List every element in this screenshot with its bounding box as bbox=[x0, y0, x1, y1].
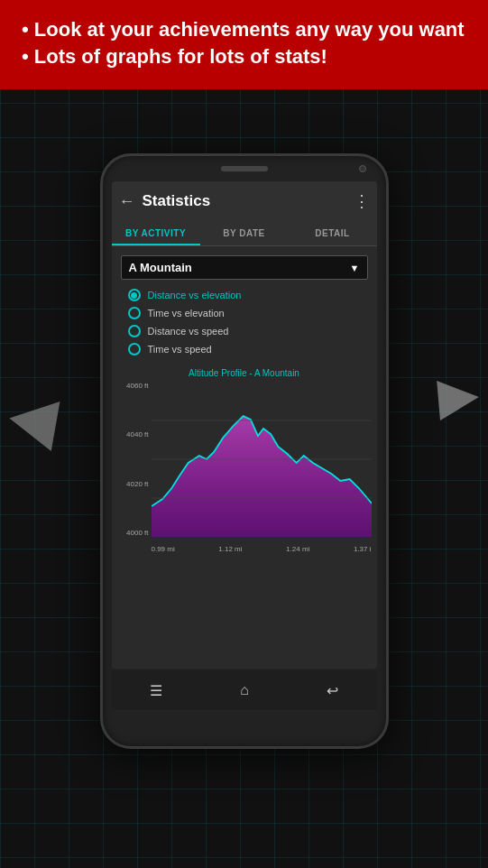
y-label-2: 4040 ft bbox=[126, 430, 148, 439]
y-label-1: 4060 ft bbox=[126, 382, 148, 390]
radio-time-vs-speed[interactable]: Time vs speed bbox=[128, 343, 364, 356]
radio-button-4 bbox=[128, 343, 141, 356]
tab-by-activity[interactable]: BY ACTIVITY bbox=[112, 221, 200, 245]
app-bar: ← Statistics ⋮ bbox=[112, 181, 377, 221]
more-options-button[interactable]: ⋮ bbox=[354, 191, 370, 211]
phone-frame: ← Statistics ⋮ BY ACTIVITY BY DATE DETAI… bbox=[100, 153, 389, 749]
phone-top-bar bbox=[103, 156, 386, 181]
banner-line1: • Look at your achievements any way you … bbox=[22, 18, 465, 41]
chart-svg-area bbox=[152, 382, 372, 537]
phone-camera bbox=[359, 165, 366, 172]
menu-nav-icon[interactable]: ☰ bbox=[150, 682, 162, 699]
tab-detail[interactable]: DETAIL bbox=[289, 221, 377, 245]
chart-x-axis: 0.99 mi 1.12 mi 1.24 mi 1.37 i bbox=[152, 545, 372, 553]
tab-by-date[interactable]: BY DATE bbox=[200, 221, 289, 245]
chart-y-axis: 4060 ft 4040 ft 4020 ft 4000 ft bbox=[117, 382, 152, 537]
x-label-3: 1.24 mi bbox=[286, 545, 309, 553]
y-label-3: 4020 ft bbox=[126, 480, 148, 488]
phone-nav-bar: ☰ ⌂ ↩ bbox=[112, 670, 377, 710]
banner-text: • Look at your achievements any way you … bbox=[22, 16, 466, 69]
radio-time-vs-elevation[interactable]: Time vs elevation bbox=[128, 307, 364, 319]
back-button[interactable]: ← bbox=[119, 192, 135, 211]
phone-screen: ← Statistics ⋮ BY ACTIVITY BY DATE DETAI… bbox=[112, 181, 377, 669]
radio-label-2: Time vs elevation bbox=[148, 308, 225, 319]
radio-button-1 bbox=[128, 289, 141, 301]
y-label-4: 4000 ft bbox=[126, 529, 148, 537]
dropdown-arrow-icon: ▼ bbox=[350, 263, 360, 273]
chart-container: 4060 ft 4040 ft 4020 ft 4000 ft bbox=[117, 382, 372, 553]
graph-type-radio-group: Distance vs elevation Time vs elevation … bbox=[112, 285, 377, 366]
chart-title: Altitude Profile - A Mountain bbox=[117, 368, 372, 378]
chart-area-fill bbox=[152, 416, 372, 537]
radio-button-3 bbox=[128, 325, 141, 337]
radio-label-1: Distance vs elevation bbox=[148, 290, 242, 300]
altitude-chart-area: Altitude Profile - A Mountain 4060 ft 40… bbox=[112, 366, 377, 557]
back-nav-icon[interactable]: ↩ bbox=[327, 682, 338, 699]
tab-bar: BY ACTIVITY BY DATE DETAIL bbox=[112, 221, 377, 246]
arrow-right-decoration bbox=[437, 377, 481, 420]
home-nav-icon[interactable]: ⌂ bbox=[240, 682, 249, 698]
radio-label-3: Distance vs speed bbox=[148, 326, 229, 337]
banner: • Look at your achievements any way you … bbox=[0, 0, 488, 89]
phone-speaker bbox=[221, 166, 268, 171]
radio-button-2 bbox=[128, 307, 141, 319]
app-title: Statistics bbox=[143, 192, 354, 210]
x-label-2: 1.12 mi bbox=[218, 545, 242, 553]
radio-label-4: Time vs speed bbox=[148, 344, 212, 355]
altitude-chart-svg bbox=[152, 382, 372, 537]
x-label-4: 1.37 i bbox=[354, 545, 372, 553]
x-label-1: 0.99 mi bbox=[152, 545, 175, 553]
radio-distance-vs-elevation[interactable]: Distance vs elevation bbox=[128, 289, 364, 301]
radio-distance-vs-speed[interactable]: Distance vs speed bbox=[128, 325, 364, 337]
dropdown-value: A Mountain bbox=[129, 261, 192, 274]
activity-dropdown-wrapper: A Mountain ▼ bbox=[112, 246, 377, 285]
banner-line2: • Lots of graphs for lots of stats! bbox=[22, 45, 327, 68]
activity-dropdown[interactable]: A Mountain ▼ bbox=[121, 255, 368, 280]
arrow-left-decoration bbox=[5, 393, 60, 451]
